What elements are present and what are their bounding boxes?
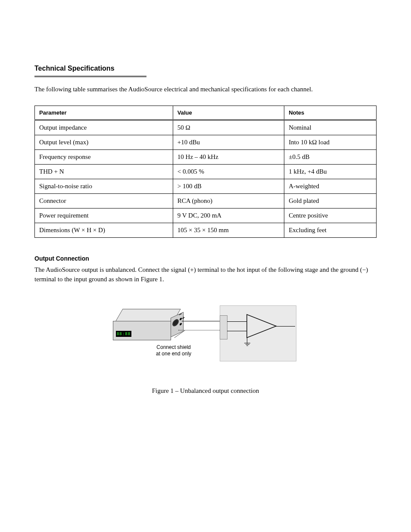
amplifier-input-port bbox=[220, 315, 227, 339]
shield-note: Connect shield at one end only bbox=[156, 344, 191, 357]
table-cell: 105 × 35 × 150 mm bbox=[173, 223, 284, 237]
title-underline bbox=[34, 76, 146, 77]
table-cell: > 100 dB bbox=[173, 179, 284, 193]
table-cell: Nominal bbox=[284, 120, 377, 135]
ground-symbol-icon bbox=[244, 343, 251, 346]
table-cell: Signal-to-noise ratio bbox=[35, 179, 173, 193]
connection-diagram: 88:88 − + Connect shield at one end only bbox=[113, 297, 298, 383]
table-cell: Into 10 kΩ load bbox=[284, 135, 377, 149]
table-cell: Output impedance bbox=[35, 120, 173, 135]
table-cell: ±0.5 dB bbox=[284, 149, 377, 164]
table-cell: Connector bbox=[35, 193, 173, 208]
table-cell: Excluding feet bbox=[284, 223, 377, 237]
subsection-paragraph: The AudioSource output is unbalanced. Co… bbox=[34, 265, 377, 284]
table-cell: 50 Ω bbox=[173, 120, 284, 135]
table-cell: +10 dBu bbox=[173, 135, 284, 149]
svg-marker-0 bbox=[247, 314, 276, 338]
subsection-heading: Output Connection bbox=[34, 255, 377, 262]
device-led-display: 88:88 bbox=[117, 332, 131, 336]
table-header-cell: Notes bbox=[284, 106, 377, 120]
table-cell: THD + N bbox=[35, 164, 173, 179]
table-cell: Power requirement bbox=[35, 208, 173, 223]
amplifier-stage bbox=[220, 305, 296, 361]
table-row: Connector RCA (phono) Gold plated bbox=[35, 193, 377, 208]
spec-table: Parameter Value Notes Output impedance 5… bbox=[34, 106, 377, 238]
table-cell: Frequency response bbox=[35, 149, 173, 164]
table-cell: A-weighted bbox=[284, 179, 377, 193]
table-row: Power requirement 9 V DC, 200 mA Centre … bbox=[35, 208, 377, 223]
table-cell: < 0.005 % bbox=[173, 164, 284, 179]
table-cell: Output level (max) bbox=[35, 135, 173, 149]
section-title: Technical Specifications bbox=[34, 65, 377, 72]
table-row: Output impedance 50 Ω Nominal bbox=[35, 120, 377, 135]
table-cell: 10 Hz – 40 kHz bbox=[173, 149, 284, 164]
table-row: Frequency response 10 Hz – 40 kHz ±0.5 d… bbox=[35, 149, 377, 164]
output-plus-jack bbox=[180, 323, 182, 326]
table-cell: RCA (phono) bbox=[173, 193, 284, 208]
figure-caption: Figure 1 – Unbalanced output connection bbox=[34, 387, 377, 395]
table-header-row: Parameter Value Notes bbox=[35, 106, 377, 120]
table-row: Output level (max) +10 dBu Into 10 kΩ lo… bbox=[35, 135, 377, 149]
table-cell: 9 V DC, 200 mA bbox=[173, 208, 284, 223]
table-cell: Gold plated bbox=[284, 193, 377, 208]
table-row: Signal-to-noise ratio > 100 dB A-weighte… bbox=[35, 179, 377, 193]
opamp-triangle-icon bbox=[246, 314, 277, 339]
page-body: Technical Specifications The following t… bbox=[0, 0, 411, 395]
minus-label: − bbox=[179, 311, 182, 318]
intro-paragraph: The following table summarises the Audio… bbox=[34, 85, 377, 94]
table-cell: 1 kHz, +4 dBu bbox=[284, 164, 377, 179]
speaker-grille-icon bbox=[172, 318, 179, 327]
table-header-cell: Parameter bbox=[35, 106, 173, 120]
table-row: THD + N < 0.005 % 1 kHz, +4 dBu bbox=[35, 164, 377, 179]
table-cell: Dimensions (W × H × D) bbox=[35, 223, 173, 237]
table-row: Dimensions (W × H × D) 105 × 35 × 150 mm… bbox=[35, 223, 377, 237]
table-cell: Centre positive bbox=[284, 208, 377, 223]
table-header-cell: Value bbox=[173, 106, 284, 120]
